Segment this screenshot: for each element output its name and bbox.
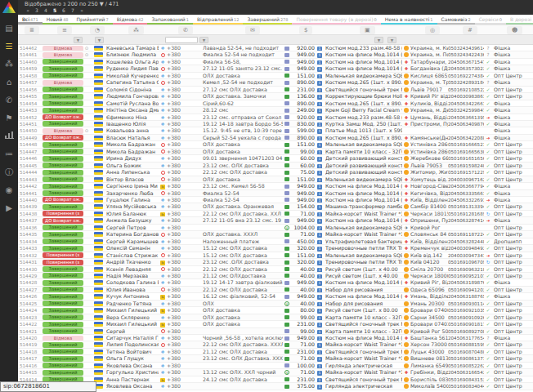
tracking-number[interactable]: 0501692108522: [448, 87, 484, 92]
tracking-number[interactable]: 20400309484935: [448, 245, 484, 251]
table-row[interactable]: 514436ЗавершенийСергей Петров✲+380$1004.…: [18, 225, 533, 231]
tracking-number[interactable]: 0501691281689: [448, 211, 484, 216]
records-shown-label[interactable]: Відображено з 200 по 250 ▼ / 471: [25, 1, 119, 7]
phone-number[interactable]: +380: [167, 341, 201, 347]
tab-Всі[interactable]: Всі471: [18, 15, 43, 24]
phone-number[interactable]: +380: [167, 328, 201, 334]
location-icon[interactable]: ◎: [425, 26, 440, 34]
table-row[interactable]: 514452ДО Возврат ож.Єфименко Ніна✲+38023…: [18, 114, 533, 121]
page-button-6[interactable]: 6: [60, 7, 67, 13]
tracking-number[interactable]: 0501691313394: [448, 203, 484, 209]
phone-number[interactable]: +380: [167, 266, 201, 272]
tracking-number[interactable]: 0503242599847: [448, 107, 484, 113]
tracking-number[interactable]: 20450636715475: [448, 59, 484, 65]
tracking-number[interactable]: 20450635730230: [448, 65, 484, 71]
tracking-number[interactable]: 0501690901817: [448, 321, 484, 327]
phone-number[interactable]: +380: [167, 107, 201, 113]
phone-number[interactable]: +380: [167, 273, 201, 278]
table-row[interactable]: 514419ЗавершенийЛилия Подолинская+38022.…: [18, 341, 533, 348]
table-row[interactable]: 514460ЗавершенийКошелева Ольга Ар✲+380Фи…: [18, 59, 533, 65]
comment-icon[interactable]: ✉: [245, 26, 260, 34]
phone-filter-dropdown[interactable]: ▼: [199, 37, 208, 43]
table-row[interactable]: 514434ЗавершенийСергей Карамышев✲+380Нал…: [18, 238, 533, 245]
tracking-icon[interactable]: #: [463, 26, 477, 34]
tab-Прийнятий[interactable]: Прийнятий7: [73, 15, 113, 24]
page-button-4[interactable]: 4: [43, 7, 49, 13]
tracking-number[interactable]: 20450636613955: [448, 114, 484, 120]
phone-number[interactable]: +380: [167, 79, 201, 85]
tracking-number[interactable]: 0501690892708: [448, 328, 484, 334]
tracking-number[interactable]: 20450634226619: [448, 100, 484, 106]
phone-icon[interactable]: ✆: [178, 26, 193, 34]
phone-number[interactable]: +380: [167, 100, 201, 106]
tracking-number[interactable]: 0501690952107: [448, 273, 484, 278]
tracking-number[interactable]: 0501691096709: [448, 259, 484, 265]
phone-number[interactable]: +380: [167, 293, 201, 299]
table-row[interactable]: 514426ЗавершенийКучук Антонинаlc+38016.1…: [18, 293, 533, 300]
money-icon[interactable]: $: [299, 26, 312, 34]
table-row[interactable]: 514415ЗавершенийГоргулько Христина✲+3801…: [18, 369, 533, 376]
tab-В дорозі додому[interactable]: В дорозі додому0: [506, 15, 533, 24]
phone-number[interactable]: +380: [167, 349, 201, 354]
tracking-number[interactable]: 0501691187224: [448, 231, 484, 237]
table-row[interactable]: 514417ЗавершенийОльга Глущук✲+38023.12 с…: [18, 355, 533, 362]
tracking-number[interactable]: 0501690852262: [448, 363, 484, 368]
phone-number[interactable]: +380: [167, 155, 201, 161]
statistics-icon[interactable]: [0, 127, 18, 145]
tracking-number[interactable]: 20450634098760: [448, 121, 484, 127]
tab-Новий[interactable]: Новий48: [43, 15, 73, 24]
tracking-number[interactable]: 20450631776543: [448, 335, 484, 341]
manager-icon[interactable]: ☻: [507, 26, 522, 34]
orders-icon[interactable]: ☰: [0, 38, 18, 56]
table-row[interactable]: 514446ЗавершенийИрина Дидух✲+38009.01 зв…: [18, 155, 533, 162]
table-row[interactable]: 514438Повернення (зЮлия Баланюкlc+38022.…: [18, 211, 533, 217]
tracking-number[interactable]: 0501690843153: [448, 376, 484, 382]
table-row[interactable]: 514444ЗавершенийАнна Липенська+38022.12 …: [18, 169, 533, 176]
phone-number[interactable]: +380: [167, 225, 201, 230]
first-page-button[interactable]: «: [25, 7, 31, 13]
tracking-number[interactable]: 0501691651656: [448, 155, 484, 161]
table-row[interactable]: 514427ЗавершенийЮлия Иванова+38022.12 см…: [18, 287, 533, 293]
company-icon[interactable]: ⌂: [0, 74, 18, 91]
video-tutorials-icon[interactable]: ▶: [0, 199, 18, 217]
table-row[interactable]: 514447ЗавершенийМикола Бадражан+380ОЛХ д…: [18, 149, 533, 155]
tracking-number[interactable]: 0503242893184: [448, 79, 484, 85]
phone-number[interactable]: +380: [167, 279, 201, 285]
campaigns-icon[interactable]: ⚑: [0, 109, 18, 127]
phone-number[interactable]: +380: [167, 197, 201, 203]
order-id-icon[interactable]: ≣: [25, 26, 39, 34]
tab-Завершений[interactable]: Завершений278: [243, 15, 292, 24]
phone-number[interactable]: +380: [167, 321, 201, 327]
table-row[interactable]: 514428ЗавершенийСолодкова Галина В✲+3801…: [18, 279, 533, 286]
tracking-number[interactable]: 0503243439614: [448, 45, 484, 51]
tracking-number[interactable]: 0501690921035: [448, 307, 484, 313]
table-row[interactable]: 514425ЗавершенийРадченко Тетяна✲+380ОЛХ$…: [18, 301, 533, 307]
phone-number[interactable]: +380: [167, 335, 201, 341]
country-icon[interactable]: ◔: [90, 26, 105, 34]
table-row[interactable]: 514435ЗавершенийКатерина Богданова+380ОЛ…: [18, 231, 533, 238]
tracking-number[interactable]: 0503243422436: [448, 51, 484, 57]
phone-number[interactable]: +380: [167, 203, 201, 209]
tracking-number[interactable]: 20450631898765: [448, 279, 484, 285]
table-row[interactable]: 514437ДО Возврат ож.Анжела Безушку✲+3802…: [18, 217, 533, 224]
table-row[interactable]: 514440ДО Возврат ож.Гуцалюк Галина✲+380Ф…: [18, 197, 533, 203]
page-button-3[interactable]: 3: [34, 7, 40, 13]
table-row[interactable]: 514454ЗавершенийСамотій Руслана Во✲+380С…: [18, 100, 533, 107]
table-row[interactable]: 514445ЗавершенийОльга Божик✲+38023.12 см…: [18, 163, 533, 169]
tracking-number[interactable]: 0501691571229: [448, 169, 484, 175]
country-filter-dropdown[interactable]: ▼: [95, 37, 104, 43]
page-button-5[interactable]: 5: [52, 7, 58, 13]
table-row[interactable]: 514448ЗавершенийМикола Бадражан+380ОЛХ д…: [18, 141, 533, 148]
phone-number[interactable]: +380: [167, 190, 201, 196]
table-row[interactable]: 514418ЗавершенийТетяна Войтович✲+38021.1…: [18, 349, 533, 355]
status-filter-dropdown[interactable]: ▼: [74, 37, 83, 43]
table-row[interactable]: 514424ЗавершенийМихаил Гилецькийlc+380ОЛ…: [18, 307, 533, 314]
city-filter-dropdown[interactable]: ▼: [387, 37, 396, 43]
phone-number[interactable]: +380: [167, 149, 201, 154]
phone-number[interactable]: +380: [167, 383, 201, 389]
phone-number[interactable]: +380: [167, 238, 201, 244]
table-row[interactable]: 514442ЗавершенийСергієнко Ірина Миlc+380…: [18, 183, 533, 189]
phone-number[interactable]: +380: [167, 127, 201, 133]
monitoring-icon[interactable]: ◉: [0, 181, 18, 199]
phone-number[interactable]: +380: [167, 307, 201, 313]
